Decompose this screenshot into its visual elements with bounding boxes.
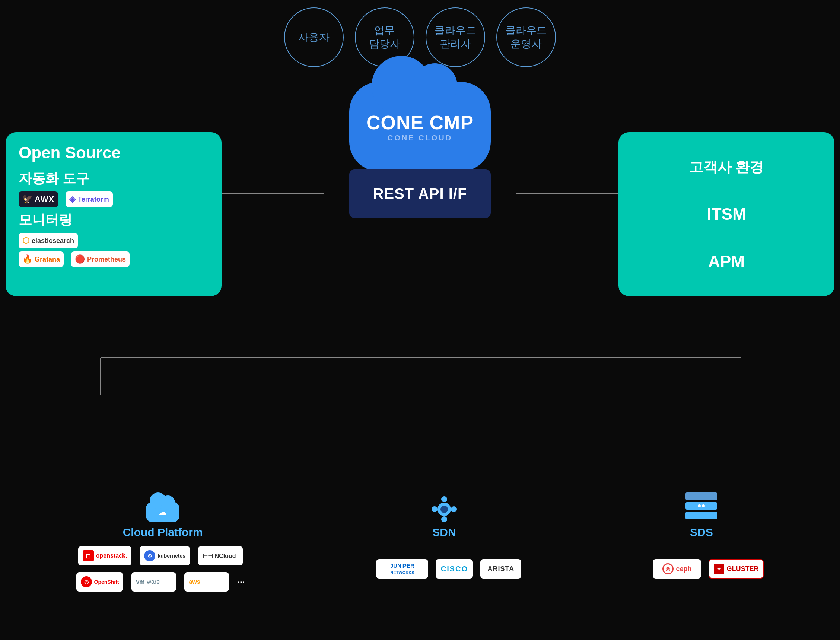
svg-point-17 <box>431 506 438 512</box>
user-circle-cloud-mgr: 클라우드 관리자 <box>426 8 485 67</box>
sds-icon <box>685 493 717 519</box>
sdn-logos: JUNIPERNETWORKS CISCO ARISTA <box>376 546 521 592</box>
grafana-icon: 🔥 <box>22 254 32 264</box>
sds-item: SDS <box>685 493 717 539</box>
cone-cmp-title: CONE CMP <box>366 111 474 134</box>
elastic-icon: ⬡ <box>22 236 29 245</box>
vmware-text: vm <box>136 579 144 585</box>
cisco-text: CISCO <box>441 565 468 573</box>
ceph-text: ceph <box>676 565 691 573</box>
nhn-cloud-logo: ⊢⊣ NCloud <box>198 546 243 565</box>
itsm-label: ITSM <box>631 205 821 224</box>
rest-api-box: REST API I/F <box>349 170 491 218</box>
svg-point-18 <box>451 506 457 512</box>
sdn-icon <box>428 496 461 522</box>
arista-logo: ARISTA <box>480 559 521 579</box>
more-platforms: ··· <box>237 577 244 587</box>
cone-cmp-cloud: CONE CMP CONE CLOUD <box>345 78 495 175</box>
prometheus-icon: 🔴 <box>75 254 85 264</box>
awx-wings-icon: 🦅 <box>22 194 32 204</box>
open-source-panel: Open Source 자동화 도구 🦅 AWX ◈ Terraform 모니터… <box>6 132 222 296</box>
elasticsearch-text: elasticsearch <box>32 237 74 245</box>
elasticsearch-logo: ⬡ elasticsearch <box>19 233 78 248</box>
kubernetes-text: kubernetes <box>158 553 185 559</box>
monitoring-logos-row: ⬡ elasticsearch <box>19 233 209 248</box>
grafana-text: Grafana <box>35 256 60 263</box>
sds-logos: ◎ ceph ✦ GLUSTER <box>653 546 764 592</box>
cone-cmp-subtitle: CONE CLOUD <box>388 134 452 142</box>
aws-logo: aws <box>184 572 229 592</box>
sds-label: SDS <box>690 526 713 539</box>
grafana-prom-row: 🔥 Grafana 🔴 Prometheus <box>19 251 209 267</box>
ceph-logo: ◎ ceph <box>653 559 701 579</box>
gluster-text: GLUSTER <box>727 565 759 573</box>
grafana-logo: 🔥 Grafana <box>19 251 64 267</box>
cloud-platform-item: ☁ Cloud Platform <box>123 493 203 539</box>
cloud-platform-icon: ☁ <box>144 493 181 522</box>
kubernetes-logo: ⚙ kubernetes <box>140 546 190 565</box>
prometheus-logo: 🔴 Prometheus <box>71 251 129 267</box>
automation-logos-row: 🦅 AWX ◈ Terraform <box>19 192 209 207</box>
svg-point-15 <box>441 496 447 502</box>
rest-api-label: REST API I/F <box>373 186 467 202</box>
sdn-item: SDN <box>428 496 461 539</box>
cloud-shape: CONE CMP CONE CLOUD <box>349 82 491 171</box>
openstack-text: openstack. <box>96 552 127 559</box>
sdn-label: SDN <box>432 526 456 539</box>
bottom-icons-row: ☁ Cloud Platform <box>10 493 830 539</box>
svg-point-16 <box>441 516 447 522</box>
customer-env-panel: 고객사 환경 ITSM APM <box>618 132 834 296</box>
monitoring-label: 모니터링 <box>19 211 209 229</box>
gluster-logo: ✦ GLUSTER <box>709 559 764 579</box>
terraform-logo: ◈ Terraform <box>65 192 113 207</box>
aws-text: aws <box>189 579 200 585</box>
juniper-text: JUNIPERNETWORKS <box>390 563 414 575</box>
vmware-logo: vm ware <box>131 572 176 592</box>
customer-env-title: 고객사 환경 <box>631 158 821 177</box>
cisco-logo: CISCO <box>436 559 473 579</box>
juniper-logo: JUNIPERNETWORKS <box>376 559 428 579</box>
terraform-text: Terraform <box>78 195 109 203</box>
prometheus-text: Prometheus <box>87 256 126 263</box>
bottom-section: ☁ Cloud Platform <box>10 493 830 592</box>
awx-logo: 🦅 AWX <box>19 192 58 207</box>
svg-point-14 <box>441 506 448 513</box>
arista-text: ARISTA <box>488 565 514 573</box>
automation-label: 자동화 도구 <box>19 170 209 188</box>
nhn-text: ⊢⊣ NCloud <box>203 552 236 560</box>
awx-text: AWX <box>35 194 54 204</box>
bottom-logos-section: ◻ openstack. ⚙ kubernetes ⊢⊣ NCloud <box>10 546 830 592</box>
user-circle-sajayja: 사용자 <box>284 8 344 67</box>
top-circles-container: 사용자 업무 담당자 클라우드 관리자 클라우드 운영자 <box>284 8 556 67</box>
cloud-platform-label: Cloud Platform <box>123 526 203 539</box>
cloud-platform-logos: ◻ openstack. ⚙ kubernetes ⊢⊣ NCloud <box>76 546 245 592</box>
openshift-text: OpenShift <box>94 579 119 585</box>
openshift-logo: ◎ OpenShift <box>76 572 124 592</box>
open-source-title: Open Source <box>19 143 209 162</box>
terraform-icon: ◈ <box>69 194 76 204</box>
openstack-logo: ◻ openstack. <box>78 546 132 565</box>
user-circle-cloud-op: 클라우드 운영자 <box>496 8 556 67</box>
apm-label: APM <box>631 252 821 271</box>
